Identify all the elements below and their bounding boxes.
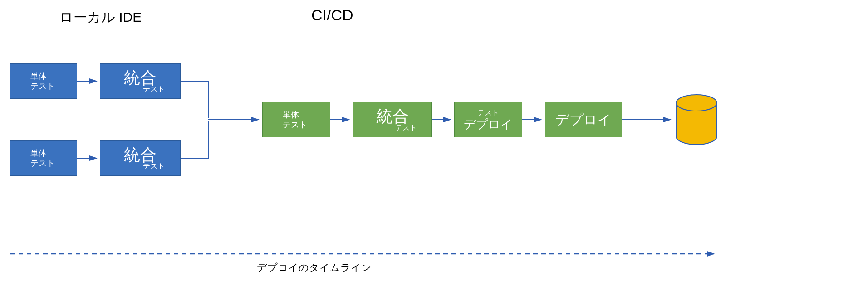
text-test: テスト xyxy=(30,158,55,169)
text-test: テスト xyxy=(477,108,499,118)
text-test: テスト xyxy=(395,124,417,131)
arrow-merge-top xyxy=(181,81,209,118)
text-test: テスト xyxy=(143,86,165,93)
box-local-int-2: 統合 テスト xyxy=(100,140,181,176)
text-integration: 統合 xyxy=(124,70,157,86)
box-ci-int: 統合 テスト xyxy=(353,102,432,137)
box-ci-test-deploy: テスト デプロイ xyxy=(454,102,522,137)
heading-local-ide: ローカル IDE xyxy=(59,8,142,27)
box-local-unit-2: 単体 テスト xyxy=(10,140,77,176)
box-local-unit-1: 単体 テスト xyxy=(10,63,77,99)
box-ci-unit: 単体 テスト xyxy=(262,102,330,137)
text-unit: 単体 xyxy=(283,110,299,120)
box-ci-deploy: デプロイ xyxy=(545,102,622,137)
text-unit: 単体 xyxy=(30,71,47,82)
box-local-int-1: 統合 テスト xyxy=(100,63,181,99)
timeline-label: デプロイのタイムライン xyxy=(257,261,372,275)
heading-ci-cd: CI/CD xyxy=(311,6,353,24)
text-deploy: デプロイ xyxy=(555,111,612,129)
svg-point-0 xyxy=(676,95,717,111)
arrow-merge-bottom xyxy=(181,121,209,158)
text-test: テスト xyxy=(143,163,165,170)
text-test: テスト xyxy=(30,81,55,92)
text-deploy: デプロイ xyxy=(464,118,513,131)
text-integration: 統合 xyxy=(124,147,157,163)
text-test: テスト xyxy=(283,120,307,130)
text-integration: 統合 xyxy=(376,108,409,125)
database-cylinder xyxy=(676,95,717,145)
text-unit: 単体 xyxy=(30,148,47,159)
